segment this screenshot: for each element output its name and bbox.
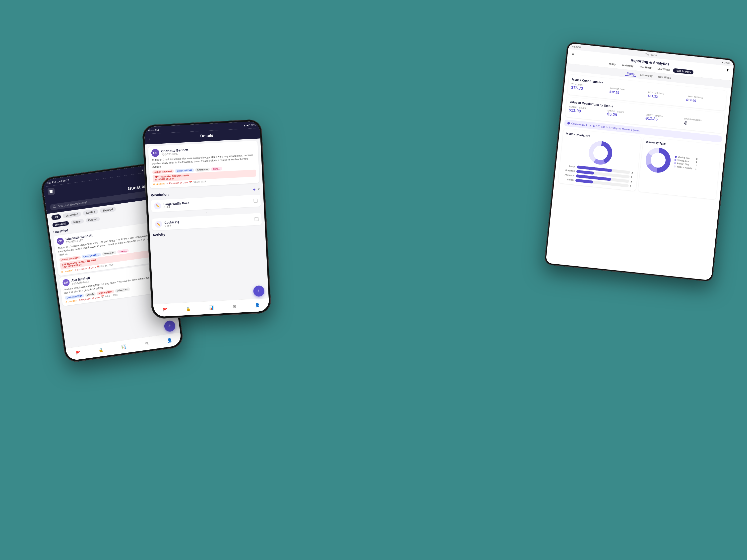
nav-flag-left[interactable]: 🚩 [74,349,82,357]
nav-chart-center[interactable]: 📊 [208,304,215,311]
period-tab-last-week[interactable]: Last Week [655,66,673,72]
cost-food: FOOD EXPENSE $61.32 [648,91,685,102]
left-status-time: 6:59 PM Tue Feb 18 [46,179,69,184]
back-button[interactable]: ‹ [148,136,155,142]
res-expired: EXPIRED ISSUES $5.29 [607,109,644,122]
detail-tag-action: Action Required [152,169,174,174]
guest-avatar-1: CB [56,237,64,245]
detail-tag-taste: Taste... [211,167,222,171]
legend-dot-taste [673,165,676,167]
bar-label-dinner: Dinner [562,178,574,181]
sub-tab-unsettled[interactable]: Unsettled [52,221,69,228]
period-tab-today[interactable]: Today [606,61,619,67]
detail-tag-afternoon: Afternoon [195,167,210,172]
legend-label-wrong: Wrong Item [677,159,689,163]
legend-count-missing: 3 [694,158,697,160]
nav-person-left[interactable]: 👤 [165,337,174,344]
menu-icon[interactable] [47,187,55,195]
resolution-expand-icon[interactable]: ∨ [257,187,260,192]
resolution-icon-1: ✏️ [154,202,161,210]
period-tab-this-week[interactable]: This Week [637,64,654,71]
detail-tag-order: Order 3681341 [175,168,194,173]
bar-fill-dinner [575,179,593,183]
sub-tab-expired[interactable]: Expired [85,216,100,223]
filter-tab-all[interactable]: All [51,214,61,220]
svg-rect-1 [50,191,53,192]
resolution-checkbox-2[interactable] [255,217,259,221]
tablet-menu-icon[interactable]: ≡ [571,52,574,56]
res-unsettled: UNSETTLED ISSU... $11.35 [645,113,682,126]
bar-count-afternoon: 2 [630,181,634,183]
insight-dot [567,122,570,125]
day-tab-today[interactable]: Today [625,71,637,77]
svg-line-4 [55,207,56,208]
bar-count-breakfast: 1 [631,176,634,179]
nav-chart-left[interactable]: 📊 [120,343,128,351]
detail-date: 📅 Feb 18, 2025 [189,180,206,183]
res-settled: SETTLED ISSUES $11.00 [568,106,606,118]
tablet-share-icon[interactable]: ⬆ [726,68,729,72]
bar-label-lunch: Lunch [563,164,575,168]
day-tab-yesterday[interactable]: Yesterday [638,73,654,79]
legend-dot-missing [674,156,677,158]
center-phone-screen: Unsettled ▲ ◀ 100% ‹ Details CB Charlott… [144,121,269,317]
daypart-chart-box: Issues by Daypart Lunch [558,128,641,191]
nav-grid-center[interactable]: ⊞ [231,303,238,310]
right-tablet: 6:59 PM Tue Feb 18 ▲ 100% ≡ Reporting & … [544,42,736,282]
res-days-value: 4 [684,120,687,127]
nav-grid-left[interactable]: ⊞ [143,340,151,347]
period-tab-yesterday[interactable]: Yesterday [619,62,636,69]
legend-count-wrong: 1 [694,161,697,163]
detail-guest-card: CB Charlotte Bennett 720-555-6197 All fo… [148,141,259,189]
res-expired-value: $5.29 [607,112,617,117]
nav-person-center[interactable]: 👤 [254,302,261,309]
legend-count-taste: 1 [693,167,696,170]
detail-expires: ⊙ Expires in 14 Days [166,181,188,185]
daypart-donut-svg [587,139,614,166]
unsettled-status-2: ⊙ Unsettled [65,299,77,303]
filter-tab-settled[interactable]: Settled [83,209,98,216]
legend-count-portion: 1 [693,164,697,167]
center-phone: Unsettled ▲ ◀ 100% ‹ Details CB Charlott… [142,119,272,319]
detail-avatar: CB [151,149,160,157]
center-fab-button[interactable]: + [253,285,264,297]
bar-label-afternoon: Afternoon [562,173,574,177]
center-status-time: Unsettled [148,128,159,132]
filter-tab-expired[interactable]: Expired [100,206,116,214]
resolution-checkbox-1[interactable] [254,198,258,203]
left-search-placeholder: Search in Example #167... [58,201,90,208]
detail-unsettled: ⊙ Unsettled [153,182,165,186]
cost-average: AVERAGE COST $12.62 [609,87,646,98]
daypart-donut-wrap [563,137,638,169]
filter-tab-unsettled[interactable]: Unsettled [62,211,81,218]
period-tab-past-14[interactable]: Past 14 Days [673,68,694,74]
expand-arrow-icon[interactable]: › [206,211,207,214]
center-bottom-nav: 🚩 🔒 📊 ⊞ 👤 [153,298,269,317]
type-donut-wrap: Missing Item 3 Wrong Item 1 Portion Size [643,145,718,180]
resolution-icon-2: ✏️ [155,220,162,228]
bar-count-dinner: 1 [630,185,633,187]
bar-fill-breakfast [576,170,594,175]
sub-tab-settled[interactable]: Settled [71,219,84,225]
tablet-status-signal: ▲ 100% [721,61,730,64]
nav-flag-center[interactable]: 🚩 [162,306,169,314]
resolution-add-icon[interactable]: + [253,187,256,193]
guest-avatar-2: AM [62,279,70,287]
center-title: Details [157,131,256,141]
tablet-main-content: Issues Cost Summary TOTAL COST $75.72 AV… [545,71,731,281]
nav-lock-left[interactable]: 🔒 [97,346,105,354]
nav-lock-center[interactable]: 🔒 [184,305,192,312]
left-fab-button[interactable]: + [163,320,176,332]
day-tab-this-week[interactable]: This Week [656,74,673,81]
tag-taste: Taste... [117,249,129,254]
cost-food-value: $61.32 [648,94,658,99]
bar-count-lunch: 2 [632,171,635,174]
type-legend: Missing Item 3 Wrong Item 1 Portion Size [673,156,697,171]
cost-labor: LABOR EXPENSE $14.40 [686,95,723,106]
tag-lunch: Lunch [85,292,96,297]
svg-rect-2 [50,192,53,193]
cost-labor-value: $14.40 [686,98,696,103]
center-status-signal: ▲ ◀ 100% [243,124,256,127]
cost-avg-value: $12.62 [609,90,619,95]
left-bottom-nav: 🚩 🔒 📊 ⊞ 👤 [66,332,182,361]
